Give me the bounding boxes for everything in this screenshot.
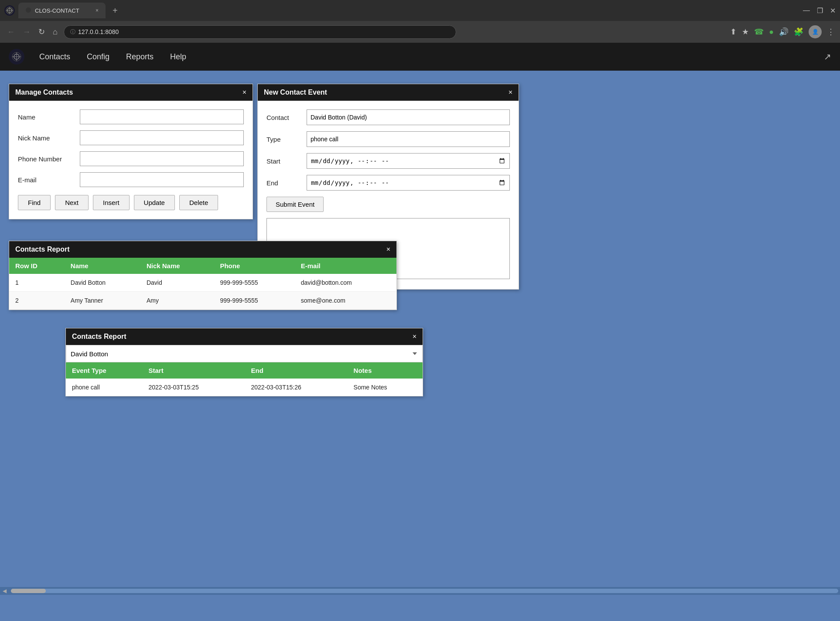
cell-name: David Botton [65, 274, 140, 292]
nickname-label: Nick Name [18, 134, 75, 142]
manage-contacts-titlebar: Manage Contacts × [9, 84, 253, 101]
update-button[interactable]: Update [134, 195, 175, 210]
browser-logo [4, 5, 15, 16]
detail-col-start: Start [142, 362, 245, 379]
detail-cell-start: 2022-03-03T15:25 [142, 379, 245, 396]
cell-email: some@one.com [295, 292, 396, 310]
cell-nickname: Amy [140, 292, 214, 310]
detail-cell-end: 2022-03-03T15:26 [245, 379, 348, 396]
detail-cell-type: phone call [66, 379, 142, 396]
detail-header-row: Event Type Start End Notes [66, 362, 423, 379]
start-input[interactable] [307, 153, 510, 169]
manage-contacts-body: Name Nick Name Phone Number E-mail Find … [9, 101, 253, 219]
tab-title: CLOS-CONTACT [35, 7, 79, 14]
scrollbar-track[interactable] [11, 589, 838, 593]
name-input[interactable] [80, 109, 244, 124]
browser-tab[interactable]: CLOS-CONTACT × [18, 3, 106, 18]
scrollbar-thumb[interactable] [11, 589, 46, 593]
window-controls: — ❐ ✕ [803, 7, 836, 15]
col-phone: Phone [214, 258, 294, 274]
puzzle-icon[interactable]: 🧩 [794, 27, 803, 37]
home-button[interactable]: ⌂ [51, 26, 59, 38]
app-logo [9, 49, 24, 65]
restore-button[interactable]: ❐ [817, 7, 823, 15]
cell-id: 2 [9, 292, 65, 310]
nickname-input[interactable] [80, 130, 244, 145]
reload-button[interactable]: ↻ [37, 25, 47, 38]
browser-toolbar: ← → ↻ ⌂ ⓘ 127.0.0.1:8080 ⬆ ★ ☎ ● 🔊 🧩 👤 ⋮ [0, 21, 840, 43]
insert-button[interactable]: Insert [93, 195, 130, 210]
tab-logo [25, 7, 31, 14]
tab-close-button[interactable]: × [96, 7, 99, 14]
security-icon: ⓘ [70, 28, 75, 36]
contact-label: Contact [266, 114, 301, 121]
cell-phone: 999-999-5555 [214, 274, 294, 292]
back-button[interactable]: ← [5, 26, 17, 38]
minimize-button[interactable]: — [803, 7, 810, 15]
start-row: Start [266, 153, 510, 169]
action-buttons: Find Next Insert Update Delete [18, 195, 244, 210]
cell-nickname: David [140, 274, 214, 292]
name-row: Name [18, 109, 244, 124]
type-row: Type phone call email meeting [266, 131, 510, 147]
contacts-report-detail-title: Contacts Report [72, 333, 126, 341]
end-label: End [266, 179, 301, 187]
phone-input[interactable] [80, 151, 244, 166]
phone-icon[interactable]: ☎ [754, 27, 764, 37]
detail-row: phone call 2022-03-03T15:25 2022-03-03T1… [66, 379, 423, 396]
browser-chrome: CLOS-CONTACT × + — ❐ ✕ ← → ↻ ⌂ ⓘ 127.0.0… [0, 0, 840, 43]
detail-col-type: Event Type [66, 362, 142, 379]
email-label: E-mail [18, 176, 75, 184]
end-input[interactable] [307, 175, 510, 191]
forward-button[interactable]: → [21, 26, 32, 38]
contacts-report-table-close[interactable]: × [386, 246, 390, 253]
type-label: Type [266, 136, 301, 143]
table-header-row: Row ID Name Nick Name Phone E-mail [9, 258, 396, 274]
app-nav: Contacts Config Reports Help ↗ [0, 43, 840, 71]
scroll-left-arrow[interactable]: ◀ [0, 588, 9, 594]
contact-row: Contact David Botton (David) Amy Tanner … [266, 109, 510, 125]
new-contact-event-close[interactable]: × [509, 89, 512, 96]
nav-help[interactable]: Help [168, 49, 188, 65]
detail-cell-notes: Some Notes [348, 379, 423, 396]
next-button[interactable]: Next [55, 195, 89, 210]
delete-button[interactable]: Delete [179, 195, 218, 210]
submit-event-button[interactable]: Submit Event [266, 197, 324, 212]
manage-contacts-close[interactable]: × [242, 89, 246, 96]
expand-button[interactable]: ↗ [824, 51, 831, 62]
col-email: E-mail [295, 258, 396, 274]
share-icon[interactable]: ⬆ [730, 27, 737, 37]
table-row: 2 Amy Tanner Amy 999-999-5555 some@one.c… [9, 292, 396, 310]
menu-icon[interactable]: ⋮ [827, 27, 835, 37]
nav-reports[interactable]: Reports [124, 49, 155, 65]
cell-name: Amy Tanner [65, 292, 140, 310]
type-select[interactable]: phone call email meeting [307, 131, 510, 147]
manage-contacts-title: Manage Contacts [15, 89, 73, 96]
contacts-report-detail-close[interactable]: × [413, 333, 417, 341]
contact-selector[interactable]: David Botton Amy Tanner [66, 345, 423, 362]
extension-icon[interactable]: ● [769, 27, 774, 37]
phone-row: Phone Number [18, 151, 244, 166]
new-tab-button[interactable]: + [109, 6, 121, 16]
horizontal-scrollbar[interactable]: ◀ [0, 587, 840, 595]
find-button[interactable]: Find [18, 195, 51, 210]
mute-icon[interactable]: 🔊 [779, 27, 789, 37]
nav-config[interactable]: Config [85, 49, 111, 65]
col-name: Name [65, 258, 140, 274]
manage-contacts-dialog: Manage Contacts × Name Nick Name Phone N… [9, 84, 253, 219]
email-input[interactable] [80, 172, 244, 187]
close-window-button[interactable]: ✕ [830, 7, 836, 15]
contacts-report-detail-dialog: Contacts Report × David Botton Amy Tanne… [65, 328, 423, 396]
profile-avatar[interactable]: 👤 [809, 25, 822, 38]
contact-select[interactable]: David Botton (David) Amy Tanner (Amy) [307, 109, 510, 125]
contacts-report-table-titlebar: Contacts Report × [9, 241, 396, 258]
bookmark-icon[interactable]: ★ [742, 27, 749, 37]
table-row: 1 David Botton David 999-999-5555 david@… [9, 274, 396, 292]
address-bar[interactable]: ⓘ 127.0.0.1:8080 [64, 25, 456, 39]
contacts-report-table-title: Contacts Report [15, 246, 69, 253]
col-row-id: Row ID [9, 258, 65, 274]
nav-contacts[interactable]: Contacts [38, 49, 72, 65]
detail-col-notes: Notes [348, 362, 423, 379]
cell-email: david@botton.com [295, 274, 396, 292]
name-label: Name [18, 113, 75, 121]
